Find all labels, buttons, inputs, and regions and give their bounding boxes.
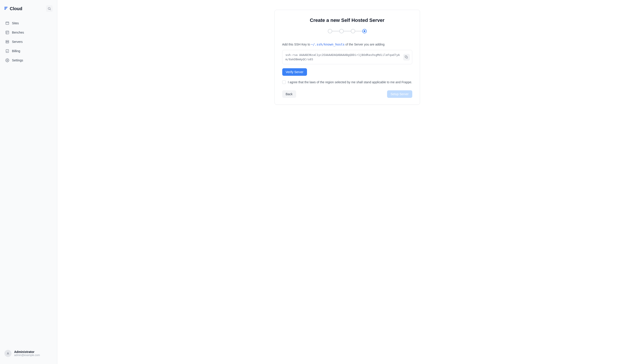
ssh-key-text: ssh-rsa AAAAB3NzaC1yc2EAAAADAQABAAABgQDD… <box>286 53 400 61</box>
sidebar-item-settings[interactable]: Settings <box>4 56 54 64</box>
svg-rect-13 <box>406 57 408 58</box>
instruction-pre: Add this SSH Key to <box>282 43 311 46</box>
layout-icon <box>5 30 9 34</box>
gear-icon <box>5 58 9 62</box>
agree-row: I agree that the laws of the region sele… <box>282 80 412 84</box>
avatar: A <box>5 350 12 357</box>
sidebar: Cloud Sites Benches Servers <box>0 0 57 364</box>
sidebar-nav: Sites Benches Servers Billing Settings <box>4 19 54 64</box>
sidebar-item-label: Servers <box>12 40 23 44</box>
sidebar-item-billing[interactable]: Billing <box>4 47 54 55</box>
app-name: Cloud <box>10 6 22 11</box>
step-4[interactable] <box>362 29 367 33</box>
setup-server-button[interactable]: Setup Server <box>387 90 412 98</box>
svg-rect-8 <box>6 42 9 43</box>
svg-rect-11 <box>6 50 9 52</box>
copy-icon <box>405 56 408 59</box>
verify-server-button[interactable]: Verify Server <box>282 68 307 76</box>
create-server-card: Create a new Self Hosted Server Add this… <box>275 10 420 105</box>
user-email: admin@example.com <box>14 354 40 357</box>
stepper <box>282 29 412 33</box>
sidebar-item-benches[interactable]: Benches <box>4 28 54 37</box>
step-line <box>332 31 339 31</box>
svg-line-1 <box>50 9 51 10</box>
logo-icon <box>5 7 8 10</box>
sidebar-item-label: Benches <box>12 31 24 34</box>
svg-point-0 <box>48 8 50 10</box>
search-icon <box>48 7 51 10</box>
window-icon <box>5 21 9 25</box>
step-3[interactable] <box>351 29 355 33</box>
svg-rect-4 <box>6 31 9 34</box>
server-icon <box>5 40 9 44</box>
svg-rect-2 <box>6 22 9 24</box>
search-button[interactable] <box>46 5 53 12</box>
ssh-key-box: ssh-rsa AAAAB3NzaC1yc2EAAAADAQABAAABgQDD… <box>282 50 412 64</box>
instruction-path: ~/.ssh/known_hosts <box>311 43 345 46</box>
main-content: Create a new Self Hosted Server Add this… <box>57 0 637 364</box>
sidebar-item-label: Settings <box>12 58 23 62</box>
user-name: Administrator <box>14 350 40 354</box>
back-button[interactable]: Back <box>282 90 296 98</box>
step-2[interactable] <box>339 29 344 33</box>
agree-checkbox[interactable] <box>282 80 286 84</box>
sidebar-item-label: Sites <box>12 22 19 25</box>
logo[interactable]: Cloud <box>5 6 22 11</box>
card-title: Create a new Self Hosted Server <box>282 18 412 23</box>
agree-label[interactable]: I agree that the laws of the region sele… <box>288 80 412 84</box>
ssh-instruction: Add this SSH Key to ~/.ssh/known_hosts o… <box>282 42 412 47</box>
sidebar-item-servers[interactable]: Servers <box>4 38 54 46</box>
copy-button[interactable] <box>403 54 410 60</box>
sidebar-item-label: Billing <box>12 49 20 53</box>
svg-rect-7 <box>6 40 9 42</box>
sidebar-header: Cloud <box>4 5 54 16</box>
avatar-initial: A <box>7 352 9 355</box>
svg-point-12 <box>7 60 8 61</box>
sidebar-item-sites[interactable]: Sites <box>4 19 54 28</box>
instruction-post: of the Server you are adding <box>345 43 385 46</box>
user-meta: Administrator admin@example.com <box>14 350 40 357</box>
step-1[interactable] <box>328 29 332 33</box>
receipt-icon <box>5 49 9 53</box>
button-row: Back Setup Server <box>282 90 412 98</box>
step-line <box>344 31 351 31</box>
step-line <box>355 31 362 31</box>
user-account[interactable]: A Administrator admin@example.com <box>4 348 54 359</box>
